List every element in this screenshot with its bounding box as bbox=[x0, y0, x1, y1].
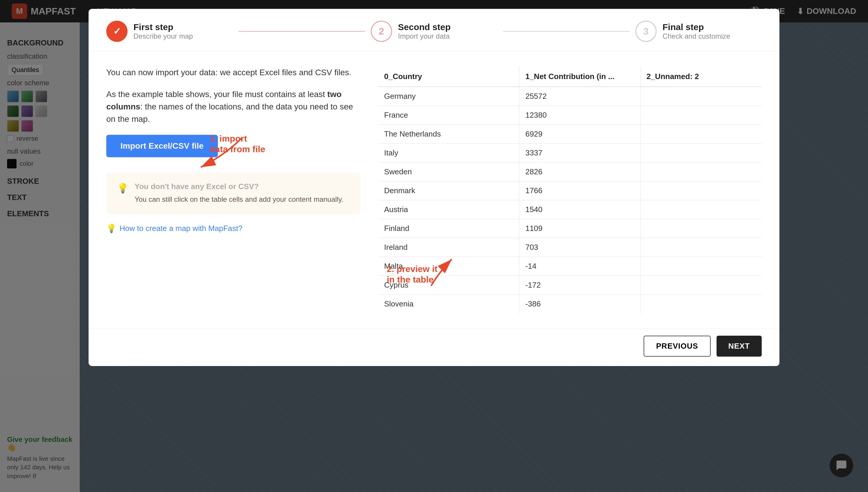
how-to-text: How to create a map with MapFast? bbox=[120, 224, 242, 233]
table-cell-value[interactable]: 1540 bbox=[519, 200, 640, 219]
how-to-link[interactable]: 💡 How to create a map with MapFast? bbox=[106, 224, 360, 233]
table-header: 0_Country 1_Net Contribution (in ... 2_U… bbox=[378, 67, 762, 87]
intro-line2-part2: : the names of the locations, and the da… bbox=[106, 102, 353, 124]
modal: ✓ First step Describe your map 2 Second … bbox=[89, 9, 779, 366]
annotation-1-text: 1. importdata from file bbox=[210, 133, 265, 154]
modal-body: You can now import your data: we accept … bbox=[89, 52, 779, 328]
intro-text-line1: You can now import your data: we accept … bbox=[106, 66, 360, 79]
table-row[interactable]: France12380 bbox=[378, 106, 762, 125]
table-cell-extra[interactable] bbox=[640, 276, 761, 295]
table-row[interactable]: Italy3337 bbox=[378, 144, 762, 163]
step-3-title: Final step bbox=[662, 22, 730, 32]
step-2-subtitle: Import your data bbox=[398, 32, 450, 41]
step-3-subtitle: Check and customize bbox=[662, 32, 730, 41]
table-row[interactable]: Austria1540 bbox=[378, 200, 762, 219]
table-cell-country[interactable]: France bbox=[378, 106, 519, 125]
previous-button[interactable]: PREVIOUS bbox=[643, 336, 710, 356]
table-cell-country[interactable]: Denmark bbox=[378, 181, 519, 200]
table-row[interactable]: Sweden2826 bbox=[378, 163, 762, 181]
table-cell-value[interactable]: 1766 bbox=[519, 181, 640, 200]
table-col-2: 2_Unnamed: 2 bbox=[640, 67, 761, 87]
table-row[interactable]: Finland1109 bbox=[378, 219, 762, 238]
step-2: 2 Second step Import your data bbox=[371, 21, 497, 42]
table-cell-value[interactable]: 2826 bbox=[519, 163, 640, 181]
table-cell-extra[interactable] bbox=[640, 163, 761, 181]
table-cell-value[interactable]: 703 bbox=[519, 238, 640, 257]
annotation-2-text: 2. preview itin the table bbox=[387, 264, 438, 285]
table-cell-extra[interactable] bbox=[640, 181, 761, 200]
table-cell-extra[interactable] bbox=[640, 87, 761, 106]
bulb-icon: 💡 bbox=[117, 182, 129, 194]
left-panel: You can now import your data: we accept … bbox=[106, 66, 360, 314]
intro-line2-part1: As the example table shows, your file mu… bbox=[106, 90, 327, 99]
table-cell-country[interactable]: Slovenia bbox=[378, 295, 519, 314]
table-cell-extra[interactable] bbox=[640, 125, 761, 144]
step-2-labels: Second step Import your data bbox=[398, 22, 450, 41]
step-3-labels: Final step Check and customize bbox=[662, 22, 730, 41]
import-section: Import Excel/CSV file 1. i bbox=[106, 135, 360, 157]
step-3: 3 Final step Check and customize bbox=[635, 21, 762, 42]
step-2-title: Second step bbox=[398, 22, 450, 32]
right-panel: 0_Country 1_Net Contribution (in ... 2_U… bbox=[378, 66, 762, 314]
arrow-annotation-2: 2. preview itin the table bbox=[387, 247, 469, 290]
intro-text-line2: As the example table shows, your file mu… bbox=[106, 88, 360, 125]
table-cell-country[interactable]: Austria bbox=[378, 200, 519, 219]
no-excel-body: You can still click on the table cells a… bbox=[135, 194, 343, 205]
table-cell-country[interactable]: Italy bbox=[378, 144, 519, 163]
step-2-circle: 2 bbox=[371, 21, 392, 42]
table-col-0: 0_Country bbox=[378, 67, 519, 87]
table-cell-extra[interactable] bbox=[640, 219, 761, 238]
step-1-labels: First step Describe your map bbox=[134, 22, 193, 41]
table-cell-value[interactable]: -14 bbox=[519, 257, 640, 276]
table-row[interactable]: The Netherlands6929 bbox=[378, 125, 762, 144]
table-cell-extra[interactable] bbox=[640, 257, 761, 276]
table-cell-value[interactable]: 25572 bbox=[519, 87, 640, 106]
table-row[interactable]: Germany25572 bbox=[378, 87, 762, 106]
table-row[interactable]: Denmark1766 bbox=[378, 181, 762, 200]
stepper: ✓ First step Describe your map 2 Second … bbox=[89, 9, 779, 52]
how-to-bulb-icon: 💡 bbox=[106, 224, 117, 233]
step-line-1 bbox=[238, 31, 365, 32]
table-header-row: 0_Country 1_Net Contribution (in ... 2_U… bbox=[378, 67, 762, 87]
step-1: ✓ First step Describe your map bbox=[106, 21, 233, 42]
step-1-circle: ✓ bbox=[106, 21, 127, 42]
table-cell-extra[interactable] bbox=[640, 295, 761, 314]
table-cell-value[interactable]: -386 bbox=[519, 295, 640, 314]
table-cell-extra[interactable] bbox=[640, 200, 761, 219]
next-button[interactable]: NEXT bbox=[717, 336, 762, 356]
table-cell-value[interactable]: -172 bbox=[519, 276, 640, 295]
table-cell-value[interactable]: 6929 bbox=[519, 125, 640, 144]
table-cell-value[interactable]: 1109 bbox=[519, 219, 640, 238]
table-cell-value[interactable]: 3337 bbox=[519, 144, 640, 163]
step-1-subtitle: Describe your map bbox=[134, 32, 193, 41]
step-1-title: First step bbox=[134, 22, 193, 32]
step-line-2 bbox=[503, 31, 630, 32]
table-cell-country[interactable]: Sweden bbox=[378, 163, 519, 181]
modal-overlay: ✓ First step Describe your map 2 Second … bbox=[0, 0, 868, 492]
table-col-1: 1_Net Contribution (in ... bbox=[519, 67, 640, 87]
table-cell-extra[interactable] bbox=[640, 238, 761, 257]
table-cell-value[interactable]: 12380 bbox=[519, 106, 640, 125]
modal-footer: PREVIOUS NEXT bbox=[89, 328, 779, 366]
table-cell-country[interactable]: Finland bbox=[378, 219, 519, 238]
table-cell-extra[interactable] bbox=[640, 144, 761, 163]
table-cell-extra[interactable] bbox=[640, 106, 761, 125]
table-row[interactable]: Slovenia-386 bbox=[378, 295, 762, 314]
step-3-circle: 3 bbox=[635, 21, 657, 42]
table-cell-country[interactable]: The Netherlands bbox=[378, 125, 519, 144]
table-cell-country[interactable]: Germany bbox=[378, 87, 519, 106]
arrow-annotation-1: 1. importdata from file bbox=[171, 132, 266, 186]
